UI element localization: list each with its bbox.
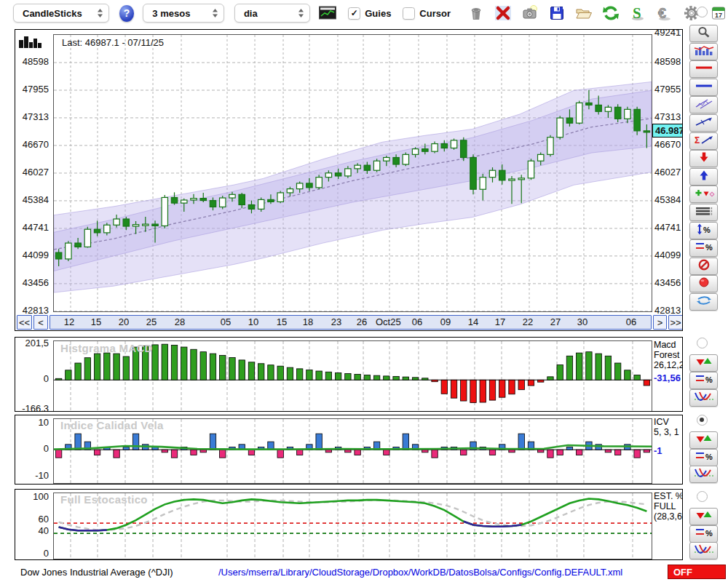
save-icon[interactable] [547,4,566,23]
x-tick-label: 30 [570,316,595,327]
guies-checkbox[interactable]: ✓ Guies [348,7,391,20]
svg-text:%: % [705,453,713,461]
mini-chart-icon[interactable] [319,4,336,23]
volume-chart-button[interactable] [689,43,718,60]
x-tick-label: 06 [619,316,644,327]
date-scroll-strip[interactable]: 1215202528051015182326Oct250609141722273… [50,315,652,330]
refresh-icon[interactable] [601,4,620,23]
period-value: 3 mesos [152,8,190,19]
last-price-label: Last: 46987.1 - 07/11/25 [62,37,164,48]
help-icon[interactable]: ? [119,5,135,22]
main-y-axis-right: 4859847955473134667046027453844474144099… [654,30,683,330]
y-tick-label: 49241 [654,29,681,38]
main-chart-panel: 4859847955473134667046027453844474144099… [15,29,683,331]
y-tick-label: -166,3 [22,403,49,412]
macd-arrows-button[interactable] [689,354,718,372]
blue-line-button[interactable] [689,79,718,96]
measure-percent-button[interactable]: % [689,222,718,239]
svg-text:%: % [703,226,711,234]
nav-prev-button[interactable]: < [33,315,48,330]
open-folder-icon[interactable] [574,4,593,23]
stoch-y-axis: 10060400 [15,490,52,559]
arrow-up-button[interactable] [689,168,718,186]
record-icon [693,276,715,291]
chevron-updown-icon [97,8,103,18]
nav-last-button[interactable]: >> [668,315,683,330]
y-tick-label: -10 [35,470,49,481]
y-tick-label: 60 [39,514,49,525]
y-tick-label: 46670 [23,139,49,150]
delete-icon[interactable] [494,4,513,23]
sum-trendline-button[interactable]: Σ [689,132,718,150]
macd-curve-button[interactable] [689,389,718,407]
x-tick-label: 15 [84,316,108,327]
macd-panel: 201,50-166,3 Histgrama MACD MacdForest26… [15,337,683,412]
status-bar: Dow Jones Industrial Average (^DJI) /Use… [0,562,728,582]
nav-first-button[interactable]: << [17,315,32,330]
channel-button[interactable] [689,96,718,113]
y-tick-label: 44099 [23,250,49,260]
arrows-updown-icon [693,509,715,524]
interval-value: dia [244,8,258,19]
y-tick-label: 47313 [23,111,49,122]
stoch-radio[interactable] [697,491,708,502]
macd-plot-area[interactable] [53,340,652,412]
calendar-icon[interactable]: 17 [709,4,728,23]
lines-percent-button[interactable]: % [689,239,718,257]
chart-type-select[interactable]: CandleSticks [13,4,109,23]
camera-icon[interactable] [521,4,539,23]
arrow-down-button[interactable] [689,150,718,167]
euro-icon[interactable]: € [655,4,674,23]
off-button[interactable]: OFF [668,565,726,579]
x-tick-label: 15 [269,316,294,327]
curve-icon [693,391,715,405]
icv-plot-area[interactable] [53,418,652,484]
stoch-arrows-button[interactable] [689,508,718,525]
icv-radio[interactable] [697,415,708,426]
y-tick-label: 45384 [23,194,49,205]
block-button[interactable] [689,258,718,275]
arrows-updown-icon [693,356,715,370]
zoom-icon [693,26,715,41]
y-tick-label: 100 [33,491,49,502]
interval-select[interactable]: dia [234,4,310,23]
nav-next-button[interactable]: > [653,315,667,330]
main-plot-area[interactable] [53,34,652,312]
red-line-button[interactable] [689,60,718,78]
swap-button[interactable] [689,293,718,311]
y-tick-label: 48598 [23,56,49,67]
stochastic-line-chart[interactable] [54,493,652,559]
icv-curve-button[interactable] [689,466,718,483]
main-panel-radio[interactable] [697,7,708,17]
candlestick-chart[interactable] [54,35,652,311]
x-tick-label: 12 [57,316,82,327]
icv-percent-button[interactable]: % [689,449,718,466]
sum-trendline-icon: Σ [693,134,715,148]
macd-histogram-chart[interactable] [54,341,652,411]
y-tick-label: 46670 [654,139,681,150]
stoch-indicator-info: EST. %FULL(28,3,6) [654,491,683,522]
zoom-button[interactable] [689,25,718,42]
trendline-button[interactable] [689,114,718,132]
sync-icon[interactable]: S [628,4,647,23]
macd-radio[interactable] [697,338,708,348]
icv-bar-chart[interactable] [54,419,652,483]
stoch-plot-area[interactable] [53,493,652,559]
cursor-checkbox[interactable]: Cursor [403,7,451,20]
add-remove-icon [693,187,715,202]
x-tick-label: 26 [349,316,374,327]
checkbox-unchecked-icon [403,7,415,20]
trash-icon[interactable] [467,4,486,23]
record-button[interactable] [689,275,718,292]
icv-arrows-button[interactable] [689,431,718,449]
macd-percent-button[interactable]: % [689,372,718,389]
list-button[interactable] [689,204,718,221]
stoch-percent-button[interactable]: % [689,525,718,543]
x-tick-label: 10 [241,316,266,327]
stoch-curve-button[interactable] [689,542,718,559]
add-remove-button[interactable] [689,186,718,203]
toolbar-actions: S € 17 [467,4,728,23]
measure-percent-icon: % [693,223,715,238]
period-select[interactable]: 3 mesos [143,4,224,23]
x-tick-label: 14 [461,316,486,327]
